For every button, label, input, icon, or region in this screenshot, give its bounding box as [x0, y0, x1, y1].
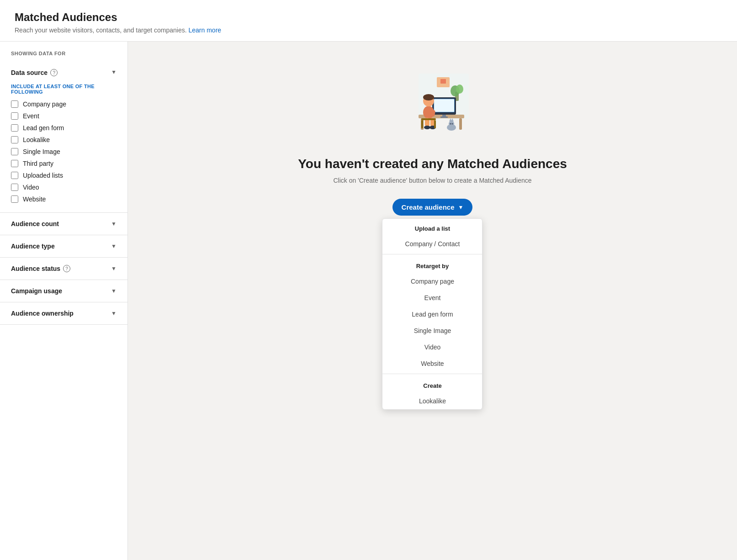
checkbox-label-website: Website [23, 195, 46, 203]
svg-point-16 [423, 94, 434, 100]
svg-rect-13 [440, 116, 448, 118]
audience-status-help-icon[interactable]: ? [63, 265, 70, 272]
checkbox-uploaded-lists[interactable] [11, 172, 18, 179]
audience-ownership-title: Audience ownership [11, 310, 74, 317]
checkbox-label-uploaded-lists: Uploaded lists [23, 172, 63, 179]
svg-rect-29 [421, 118, 436, 120]
svg-rect-31 [434, 120, 436, 128]
checkbox-website[interactable] [11, 195, 18, 203]
page-title: Matched Audiences [15, 11, 722, 24]
checkbox-company-page[interactable] [11, 100, 18, 108]
checkbox-item-video[interactable]: Video [11, 181, 117, 193]
illustration [391, 69, 473, 142]
dropdown-item-retarget-video[interactable]: Video [382, 339, 482, 355]
checkbox-list: Company pageEventLead gen formLookalikeS… [0, 98, 127, 212]
audience-type-section: Audience type ▼ [0, 235, 127, 258]
audience-count-section: Audience count ▼ [0, 213, 127, 235]
checkbox-video[interactable] [11, 184, 18, 191]
checkbox-single-image[interactable] [11, 148, 18, 155]
learn-more-link[interactable]: Learn more [189, 26, 222, 34]
checkbox-item-lead-gen-form[interactable]: Lead gen form [11, 122, 117, 134]
audience-count-chevron-icon: ▼ [111, 221, 117, 227]
checkbox-item-event[interactable]: Event [11, 110, 117, 122]
svg-point-5 [456, 85, 463, 94]
svg-point-27 [450, 123, 451, 125]
retarget-section-header: Retarget by [382, 256, 482, 273]
checkbox-label-event: Event [23, 112, 39, 120]
data-source-help-icon[interactable]: ? [50, 69, 58, 76]
campaign-usage-chevron-icon: ▼ [111, 288, 117, 294]
data-source-chevron-icon: ▲ [111, 69, 117, 76]
svg-rect-30 [421, 120, 423, 128]
svg-point-24 [449, 121, 454, 127]
audience-status-section: Audience status ? ▼ [0, 258, 127, 280]
audience-ownership-chevron-icon: ▼ [111, 310, 117, 317]
data-source-header[interactable]: Data source ? ▲ [0, 62, 127, 84]
svg-point-21 [424, 126, 430, 129]
content-area: You haven't created any Matched Audience… [128, 42, 737, 560]
dropdown-item-retarget-event[interactable]: Event [382, 290, 482, 306]
subtitle-text: Reach your website visitors, contacts, a… [15, 26, 189, 34]
checkbox-item-website[interactable]: Website [11, 193, 117, 205]
include-label: INCLUDE at least one of the following [0, 84, 127, 98]
create-audience-button[interactable]: Create audience ▼ [392, 199, 473, 216]
campaign-usage-section: Campaign usage ▼ [0, 280, 127, 302]
audience-status-header[interactable]: Audience status ? ▼ [0, 258, 127, 280]
audience-type-title: Audience type [11, 243, 55, 250]
showing-label: SHOWING DATA FOR [0, 51, 127, 62]
checkbox-event[interactable] [11, 112, 18, 120]
checkbox-lead-gen-form[interactable] [11, 124, 18, 132]
sidebar: SHOWING DATA FOR Data source ? ▲ INCLUDE… [0, 42, 128, 560]
empty-state: You haven't created any Matched Audience… [298, 69, 567, 216]
dropdown-item-retarget-lead-gen-form[interactable]: Lead gen form [382, 306, 482, 322]
create-section-header: Create [382, 376, 482, 393]
svg-rect-8 [459, 118, 462, 130]
checkbox-label-single-image: Single Image [23, 148, 60, 155]
checkbox-item-company-page[interactable]: Company page [11, 98, 117, 110]
dropdown-item-retarget-single-image[interactable]: Single Image [382, 322, 482, 339]
main-layout: SHOWING DATA FOR Data source ? ▲ INCLUDE… [0, 42, 737, 560]
audience-status-title: Audience status [11, 265, 60, 272]
checkbox-label-lookalike: Lookalike [23, 136, 50, 143]
page-subtitle: Reach your website visitors, contacts, a… [15, 26, 722, 34]
checkbox-item-single-image[interactable]: Single Image [11, 146, 117, 158]
checkbox-label-company-page: Company page [23, 100, 66, 108]
audience-count-title: Audience count [11, 220, 59, 227]
page-wrapper: Matched Audiences Reach your website vis… [0, 0, 737, 560]
checkbox-label-third-party: Third party [23, 160, 53, 167]
create-btn-arrow-icon: ▼ [458, 204, 463, 211]
audience-type-header[interactable]: Audience type ▼ [0, 235, 127, 257]
campaign-usage-title: Campaign usage [11, 287, 62, 295]
campaign-usage-header[interactable]: Campaign usage ▼ [0, 280, 127, 302]
svg-rect-11 [434, 99, 454, 112]
checkbox-lookalike[interactable] [11, 136, 18, 143]
dropdown-item-lookalike[interactable]: Lookalike [382, 393, 482, 409]
audience-status-chevron-icon: ▼ [111, 265, 117, 272]
audience-type-chevron-icon: ▼ [111, 243, 117, 249]
audience-ownership-header[interactable]: Audience ownership ▼ [0, 302, 127, 324]
checkbox-label-video: Video [23, 184, 39, 191]
audience-count-header[interactable]: Audience count ▼ [0, 213, 127, 235]
data-source-title: Data source [11, 69, 48, 76]
dropdown-divider-2 [382, 374, 482, 374]
dropdown-item-retarget-website[interactable]: Website [382, 355, 482, 372]
empty-subtitle: Click on 'Create audience' button below … [333, 177, 531, 184]
svg-point-28 [452, 123, 453, 125]
checkbox-third-party[interactable] [11, 160, 18, 167]
create-btn-label: Create audience [402, 203, 455, 211]
header: Matched Audiences Reach your website vis… [0, 0, 737, 42]
create-audience-dropdown: Upload a list Company / Contact Retarget… [382, 218, 482, 410]
upload-section-header: Upload a list [382, 219, 482, 236]
svg-rect-2 [440, 79, 446, 84]
dropdown-divider-1 [382, 254, 482, 254]
empty-title: You haven't created any Matched Audience… [298, 157, 567, 171]
checkbox-item-uploaded-lists[interactable]: Uploaded lists [11, 169, 117, 181]
dropdown-item-retarget-company-page[interactable]: Company page [382, 273, 482, 290]
dropdown-item-company-contact[interactable]: Company / Contact [382, 236, 482, 252]
checkbox-item-third-party[interactable]: Third party [11, 158, 117, 169]
audience-ownership-section: Audience ownership ▼ [0, 302, 127, 325]
checkbox-item-lookalike[interactable]: Lookalike [11, 134, 117, 146]
data-source-section: Data source ? ▲ INCLUDE at least one of … [0, 62, 127, 213]
checkbox-label-lead-gen-form: Lead gen form [23, 124, 64, 132]
create-btn-wrapper: Create audience ▼ Upload a list Company … [392, 199, 473, 216]
